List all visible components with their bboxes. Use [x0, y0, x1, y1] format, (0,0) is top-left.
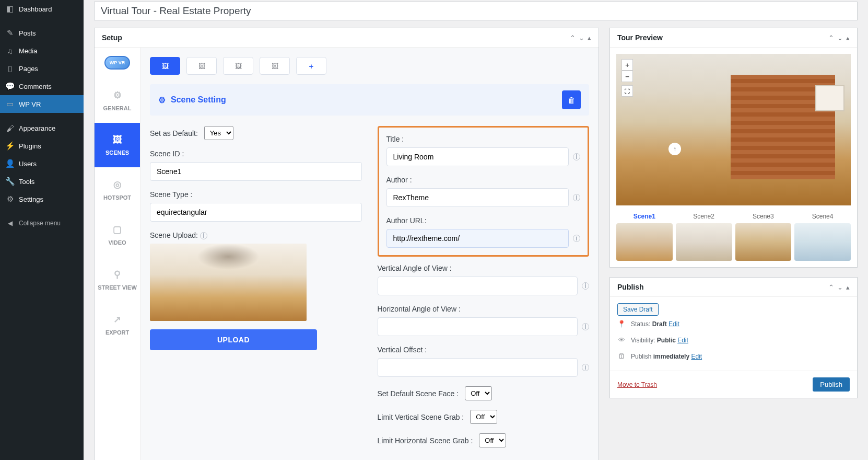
- vtab-general[interactable]: ⚙GENERAL: [95, 78, 140, 123]
- vtab-street-view[interactable]: ⚲STREET VIEW: [95, 257, 140, 302]
- input-v-offset[interactable]: [378, 358, 578, 377]
- nav-posts[interactable]: ✎Posts: [0, 24, 84, 42]
- scene-tab-3[interactable]: 🖼: [223, 57, 253, 75]
- input-h-angle[interactable]: [378, 317, 578, 336]
- nav-dashboard[interactable]: ◧Dashboard: [0, 0, 84, 18]
- nav-plugins[interactable]: ⚡Plugins: [0, 137, 84, 155]
- highlighted-section: Title : i Author :: [378, 126, 590, 257]
- vtab-export[interactable]: ↗EXPORT: [95, 302, 140, 347]
- panel-down-icon[interactable]: ⌄: [837, 283, 843, 291]
- panel-down-icon[interactable]: ⌄: [837, 34, 843, 42]
- publish-button[interactable]: Publish: [813, 377, 850, 392]
- scene-thumb-2[interactable]: Scene2: [676, 213, 732, 261]
- input-author-url[interactable]: [386, 229, 569, 248]
- scene-tab-4[interactable]: 🖼: [260, 57, 290, 75]
- arrow-up-icon: ↑: [673, 145, 676, 153]
- label-v-angle: Vertical Angle of View :: [378, 264, 590, 272]
- info-icon[interactable]: i: [200, 232, 207, 239]
- scene-tab-add[interactable]: +: [296, 57, 326, 75]
- target-icon: ◎: [98, 179, 137, 190]
- nav-comments[interactable]: 💬Comments: [0, 77, 84, 95]
- image-icon: 🖼: [272, 62, 278, 70]
- nav-appearance[interactable]: 🖌Appearance: [0, 119, 84, 137]
- scene-nav-hotspot[interactable]: ↑: [668, 143, 681, 155]
- scene-tab-1[interactable]: 🖼: [150, 57, 180, 75]
- save-draft-button[interactable]: Save Draft: [617, 303, 659, 316]
- comment-icon: 💬: [5, 82, 15, 91]
- nav-users[interactable]: 👤Users: [0, 155, 84, 172]
- video-icon: ▢: [98, 224, 137, 235]
- collapse-menu[interactable]: ◀Collapse menu: [0, 214, 84, 232]
- nav-wpvr[interactable]: ▭WP VR: [0, 95, 84, 113]
- info-icon[interactable]: i: [582, 323, 589, 330]
- info-icon[interactable]: i: [573, 235, 580, 242]
- move-to-trash-link[interactable]: Move to Trash: [617, 381, 657, 388]
- panel-up-icon[interactable]: ⌃: [570, 34, 576, 42]
- upload-button[interactable]: UPLOAD: [150, 329, 317, 350]
- nav-pages[interactable]: ▯Pages: [0, 60, 84, 77]
- scene-tab-bar: 🖼 🖼 🖼 🖼 +: [150, 57, 589, 75]
- user-icon: 👤: [5, 159, 15, 168]
- select-set-default[interactable]: Yes: [204, 126, 233, 140]
- gear-icon: ⚙: [158, 95, 166, 105]
- scene-thumb-3[interactable]: Scene3: [735, 213, 792, 261]
- panel-toggle-icon[interactable]: ▴: [846, 34, 850, 42]
- fullscreen-button[interactable]: ⛶: [621, 85, 633, 97]
- scene-thumb-4[interactable]: Scene4: [794, 213, 851, 261]
- publish-panel-title: Publish: [617, 283, 644, 291]
- scene-setting-title: Scene Setting: [171, 95, 226, 105]
- page-title: Virtual Tour - Real Estate Property: [101, 5, 851, 17]
- vtab-scenes[interactable]: 🖼SCENES: [95, 123, 140, 167]
- scene-tab-2[interactable]: 🖼: [186, 57, 217, 75]
- slider-icon: ⚙: [5, 194, 15, 204]
- vtab-hotspot[interactable]: ◎HOTSPOT: [95, 167, 140, 212]
- preview-picture-frame: [815, 85, 844, 111]
- info-icon[interactable]: i: [582, 364, 589, 371]
- panel-toggle-icon[interactable]: ▴: [846, 283, 850, 291]
- tour-preview-title: Tour Preview: [617, 33, 663, 42]
- panel-up-icon[interactable]: ⌃: [828, 34, 834, 42]
- label-author-url: Author URL:: [386, 216, 581, 225]
- info-icon[interactable]: i: [582, 282, 589, 290]
- scene-thumb-1[interactable]: Scene1: [616, 213, 673, 261]
- label-title: Title :: [386, 135, 581, 143]
- input-title[interactable]: [386, 147, 569, 166]
- export-icon: ↗: [98, 314, 137, 325]
- setup-panel: Setup ⌃ ⌄ ▴ WP VR ⚙GENERAL 🖼SCENES: [94, 28, 599, 460]
- scene-thumbnail-strip: Scene1 Scene2 Scene3: [616, 213, 851, 261]
- input-scene-type[interactable]: [150, 203, 362, 222]
- nav-settings[interactable]: ⚙Settings: [0, 190, 84, 208]
- panel-down-icon[interactable]: ⌄: [579, 34, 584, 42]
- tour-preview-viewport[interactable]: + − ⛶ ↑: [616, 54, 851, 205]
- anchor-icon: ⚲: [98, 269, 137, 280]
- media-icon: ♫: [5, 46, 15, 55]
- zoom-out-button[interactable]: −: [621, 71, 633, 82]
- select-default-face[interactable]: Off: [465, 386, 492, 400]
- edit-status-link[interactable]: Edit: [668, 320, 679, 328]
- info-icon[interactable]: i: [573, 194, 580, 201]
- edit-visibility-link[interactable]: Edit: [677, 337, 688, 344]
- select-limit-h[interactable]: Off: [479, 433, 506, 447]
- pin-icon: ✎: [5, 28, 15, 38]
- label-scene-type: Scene Type :: [150, 190, 362, 199]
- image-icon: 🖼: [162, 62, 169, 70]
- info-icon[interactable]: i: [573, 153, 580, 160]
- input-scene-id[interactable]: [150, 162, 362, 181]
- nav-tools[interactable]: 🔧Tools: [0, 172, 84, 190]
- edit-schedule-link[interactable]: Edit: [691, 353, 702, 360]
- post-title-input[interactable]: Virtual Tour - Real Estate Property: [94, 2, 858, 20]
- nav-media[interactable]: ♫Media: [0, 42, 84, 60]
- trash-icon: 🗑: [568, 96, 576, 105]
- panel-toggle-icon[interactable]: ▴: [588, 34, 591, 42]
- key-icon: 📍: [617, 320, 626, 328]
- delete-scene-button[interactable]: 🗑: [562, 90, 581, 109]
- wp-admin-sidebar: ◧Dashboard ✎Posts ♫Media ▯Pages 💬Comment…: [0, 0, 84, 460]
- input-author[interactable]: [386, 188, 569, 207]
- wrench-icon: 🔧: [5, 177, 15, 186]
- vtab-video[interactable]: ▢VIDEO: [95, 212, 140, 257]
- panel-up-icon[interactable]: ⌃: [828, 283, 834, 291]
- select-limit-v[interactable]: Off: [470, 410, 497, 424]
- editor-vertical-tabs: WP VR ⚙GENERAL 🖼SCENES ◎HOTSPOT ▢VIDEO ⚲…: [95, 48, 140, 460]
- zoom-in-button[interactable]: +: [621, 59, 633, 71]
- input-v-angle[interactable]: [378, 277, 578, 295]
